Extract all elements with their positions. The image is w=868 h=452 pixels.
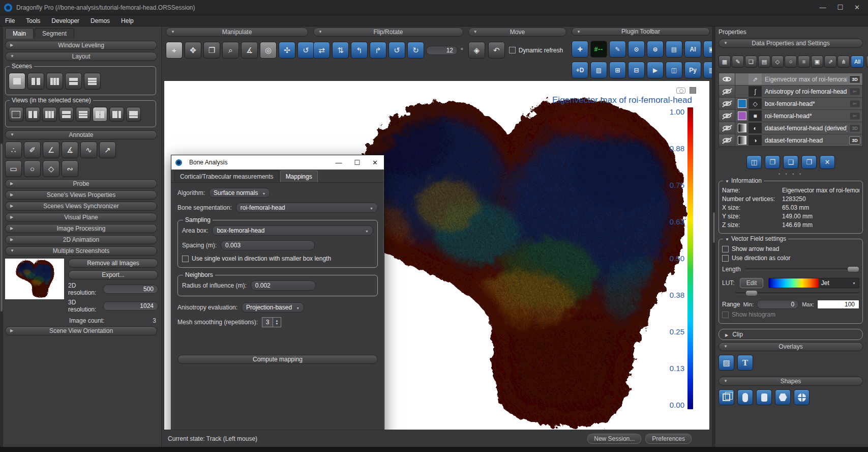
- anisotropy-select[interactable]: Projection-based: [242, 302, 304, 313]
- scene-layout-button[interactable]: [27, 73, 44, 90]
- new-session-button[interactable]: New Session...: [587, 434, 641, 444]
- visibility-toggle[interactable]: [719, 86, 735, 97]
- right-scrollbar[interactable]: [712, 26, 715, 447]
- flip-rotate-group-header[interactable]: Flip/Rotate: [313, 27, 463, 37]
- object-name[interactable]: Eigenvector max of roi-femoral-he...: [762, 73, 847, 85]
- section-annotate[interactable]: Annotate: [5, 130, 157, 139]
- snapshot-camera-icon[interactable]: [676, 88, 685, 94]
- plugin-button[interactable]: ▨: [590, 62, 607, 78]
- range-max-input[interactable]: 100: [817, 300, 859, 309]
- section-window-leveling[interactable]: Window Leveling: [5, 41, 157, 50]
- dialog-title-bar[interactable]: Bone Analysis — ☐ ✕: [171, 155, 384, 170]
- flip-rotate-button[interactable]: ⇅: [332, 42, 349, 59]
- object-name[interactable]: dataset-femoral-head: [762, 134, 847, 146]
- collapsed-section[interactable]: Visual Plane: [5, 213, 157, 222]
- slider-knob[interactable]: [847, 266, 859, 272]
- maximize-button[interactable]: ☐: [837, 4, 843, 11]
- color-swatch-cell[interactable]: [735, 86, 749, 97]
- radius-input[interactable]: 0.002: [251, 280, 316, 291]
- flip-rotate-button[interactable]: ↱: [370, 42, 386, 59]
- minimize-button[interactable]: —: [819, 4, 826, 11]
- view-layout-button[interactable]: [9, 107, 23, 122]
- data-list-row[interactable]: ■ roi-femoral-head* ✄: [719, 110, 862, 122]
- add-text-overlay-button[interactable]: T: [737, 355, 753, 371]
- add-cylinder-shape-button[interactable]: [756, 389, 772, 405]
- annotate-tool-button[interactable]: ✐: [24, 142, 41, 158]
- annotate-tool-button[interactable]: ∴: [5, 142, 22, 158]
- render-mode-badge[interactable]: ✄: [849, 100, 860, 108]
- color-swatch-cell[interactable]: [735, 122, 749, 134]
- manipulate-tool-button[interactable]: ⌕: [222, 42, 239, 59]
- tab-main[interactable]: Main: [5, 28, 34, 39]
- scene-layout-button[interactable]: [9, 73, 25, 90]
- add-capsule-shape-button[interactable]: [737, 389, 753, 405]
- length-slider[interactable]: [745, 268, 859, 271]
- single-voxel-checkbox-row[interactable]: Use single voxel in direction with small…: [182, 255, 373, 262]
- move-tool-button[interactable]: ◈: [468, 42, 485, 59]
- object-action-button[interactable]: ❐: [801, 155, 817, 169]
- object-action-button[interactable]: ❏: [783, 155, 798, 169]
- lut-edit-button[interactable]: Edit: [740, 278, 764, 288]
- view-layout-button[interactable]: [93, 107, 107, 122]
- plugin-button[interactable]: +D: [572, 62, 588, 78]
- annotate-tool-button[interactable]: ∿: [80, 142, 97, 158]
- checkbox-icon[interactable]: [722, 255, 729, 262]
- plugin-button[interactable]: Py: [684, 62, 701, 78]
- tab-segment[interactable]: Segment: [35, 28, 74, 39]
- annotate-tool-button[interactable]: ∡: [62, 142, 78, 158]
- object-name[interactable]: box-femoral-head*: [762, 98, 847, 109]
- data-filter-button[interactable]: ≡: [798, 55, 810, 68]
- clip-group[interactable]: Clip: [719, 329, 863, 340]
- plugin-button[interactable]: ⊞: [609, 62, 626, 78]
- plugin-button[interactable]: AI: [684, 41, 701, 58]
- view-layout-button[interactable]: [59, 107, 74, 122]
- manipulate-tool-button[interactable]: +: [166, 42, 183, 59]
- color-swatch-cell[interactable]: [735, 110, 749, 122]
- mesh-smoothing-spinner[interactable]: 3 ▲▼: [262, 317, 281, 327]
- plugin-button[interactable]: ⊜: [647, 41, 664, 58]
- manipulate-group-header[interactable]: Manipulate: [166, 27, 308, 37]
- collapsed-section[interactable]: 2D Animation: [5, 235, 157, 244]
- drag-handle-dots[interactable]: • • • •: [719, 172, 863, 177]
- data-filter-button[interactable]: ▤: [758, 55, 770, 68]
- manipulate-tool-button[interactable]: ✣: [279, 42, 295, 59]
- scene-layout-button[interactable]: [46, 73, 63, 90]
- region-tool-button[interactable]: ▭: [5, 160, 22, 177]
- view-layout-button[interactable]: [76, 107, 91, 122]
- left-scrollbar[interactable]: [0, 26, 3, 447]
- add-box-shape-button[interactable]: [719, 389, 734, 405]
- bone-segmentation-select[interactable]: roi-femoral-head: [236, 203, 378, 213]
- visibility-toggle[interactable]: [719, 98, 735, 109]
- flip-rotate-button[interactable]: ⇄: [313, 42, 330, 59]
- menu-item[interactable]: Tools: [26, 17, 40, 24]
- region-tool-button[interactable]: ○: [24, 160, 41, 177]
- overlays-header[interactable]: Overlays: [719, 342, 863, 351]
- color-swatch-cell[interactable]: [735, 73, 749, 85]
- visibility-toggle[interactable]: [719, 110, 735, 122]
- use-direction-checkbox-row[interactable]: Use direction as color: [722, 255, 859, 262]
- show-histogram-checkbox-row[interactable]: Show histogram: [722, 311, 859, 318]
- menu-item[interactable]: Developer: [51, 17, 79, 24]
- annotate-tool-button[interactable]: ↗: [99, 142, 116, 158]
- scene-layout-button[interactable]: [84, 73, 101, 90]
- lut-select[interactable]: Jet ▼: [768, 278, 859, 288]
- view-layout-button[interactable]: [42, 107, 57, 122]
- visibility-toggle[interactable]: [719, 134, 735, 146]
- checkbox-icon[interactable]: [722, 312, 729, 318]
- compute-mapping-button[interactable]: Compute mapping: [177, 355, 378, 364]
- render-mode-badge[interactable]: ✄: [849, 88, 860, 96]
- render-mode-badge[interactable]: 3D: [849, 75, 860, 83]
- data-filter-button[interactable]: ✎: [732, 55, 744, 68]
- data-filter-button[interactable]: ⇗: [824, 55, 836, 68]
- shapes-header[interactable]: Shapes: [719, 377, 863, 386]
- menu-item[interactable]: Help: [121, 17, 134, 24]
- toggle-visibility-button[interactable]: [866, 55, 868, 68]
- render-canvas[interactable]: Eigenvector max of roi-femoral-head 1.00…: [164, 80, 710, 430]
- data-list-row[interactable]: ʃ Anisotropy of roi-femoral-head* ✄: [719, 86, 862, 98]
- plugin-button[interactable]: ◫: [666, 62, 682, 78]
- data-list-row[interactable]: ⇗ Eigenvector max of roi-femoral-he... 3…: [719, 73, 862, 86]
- checkbox-icon[interactable]: [722, 246, 729, 252]
- view-layout-button[interactable]: [126, 107, 141, 122]
- data-filter-button[interactable]: ▣: [811, 55, 823, 68]
- visibility-toggle[interactable]: [719, 73, 735, 85]
